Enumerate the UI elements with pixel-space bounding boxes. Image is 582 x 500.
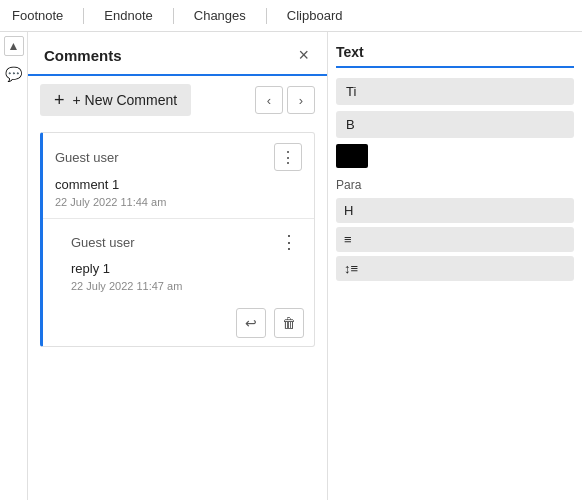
reply-menu-dots-0[interactable]: ⋮ xyxy=(276,229,302,255)
new-comment-label: + New Comment xyxy=(73,92,178,108)
comment-side-icon[interactable]: 💬 xyxy=(4,64,24,84)
new-comment-button[interactable]: + + New Comment xyxy=(40,84,191,116)
comment-menu-button-0[interactable]: ⋮ xyxy=(274,143,302,171)
top-nav-bar: Footnote Endnote Changes Clipboard xyxy=(0,0,582,32)
nav-footnote[interactable]: Footnote xyxy=(8,8,67,23)
comments-panel: Comments × + + New Comment ‹ › New Comme… xyxy=(28,32,328,500)
reply-button[interactable]: ↩ xyxy=(236,308,266,338)
text-panel-title: Text xyxy=(336,44,574,68)
prev-comment-button[interactable]: ‹ xyxy=(255,86,283,114)
comment-thread: New Comment Guest user ⋮ comment 1 22 Ju… xyxy=(40,132,315,347)
comments-header: Comments × xyxy=(28,32,327,76)
reply-time-0: 22 July 2022 11:47 am xyxy=(71,280,302,292)
nav-separator-2 xyxy=(173,8,174,24)
format-btn-indent[interactable]: ↕≡ xyxy=(336,256,574,281)
nav-clipboard[interactable]: Clipboard xyxy=(283,8,347,23)
main-layout: ▲ 💬 Comments × + + New Comment ‹ › New xyxy=(0,32,582,500)
reply-actions: ↩ 🗑 xyxy=(43,302,314,346)
text-section-label: Para xyxy=(336,178,574,192)
text-format-row: H ≡ ↕≡ xyxy=(336,198,574,281)
left-icon-bar: ▲ 💬 xyxy=(0,32,28,500)
text-option-b[interactable]: B xyxy=(336,111,574,138)
reply-header-0: Guest user ⋮ xyxy=(71,229,302,255)
comment-item-0: New Comment Guest user ⋮ comment 1 22 Ju… xyxy=(43,133,314,218)
delete-button[interactable]: 🗑 xyxy=(274,308,304,338)
nav-changes[interactable]: Changes xyxy=(190,8,250,23)
nav-endnote[interactable]: Endnote xyxy=(100,8,156,23)
comment-author-0: Guest user xyxy=(55,150,119,165)
text-panel: Text Ti B Para H ≡ ↕≡ xyxy=(328,32,582,500)
text-option-ti[interactable]: Ti xyxy=(336,78,574,105)
reply-item-0: Guest user ⋮ reply 1 22 July 2022 11:47 … xyxy=(43,218,314,302)
comments-toolbar: + + New Comment ‹ › xyxy=(28,76,327,124)
close-button[interactable]: × xyxy=(296,44,311,66)
comment-time-0: 22 July 2022 11:44 am xyxy=(55,196,302,208)
comment-nav-arrows: ‹ › xyxy=(255,86,315,114)
format-btn-h[interactable]: H xyxy=(336,198,574,223)
format-btn-align[interactable]: ≡ xyxy=(336,227,574,252)
nav-separator-1 xyxy=(83,8,84,24)
comment-text-0: comment 1 xyxy=(55,177,302,192)
scroll-up-button[interactable]: ▲ xyxy=(4,36,24,56)
comment-header-0: Guest user ⋮ xyxy=(55,143,302,171)
text-color-swatch-black[interactable] xyxy=(336,144,368,168)
reply-text-0: reply 1 xyxy=(71,261,302,276)
reply-author-0: Guest user xyxy=(71,235,135,250)
plus-icon: + xyxy=(54,91,65,109)
nav-separator-3 xyxy=(266,8,267,24)
next-comment-button[interactable]: › xyxy=(287,86,315,114)
comments-title: Comments xyxy=(44,47,122,64)
comments-list: New Comment Guest user ⋮ comment 1 22 Ju… xyxy=(28,124,327,500)
